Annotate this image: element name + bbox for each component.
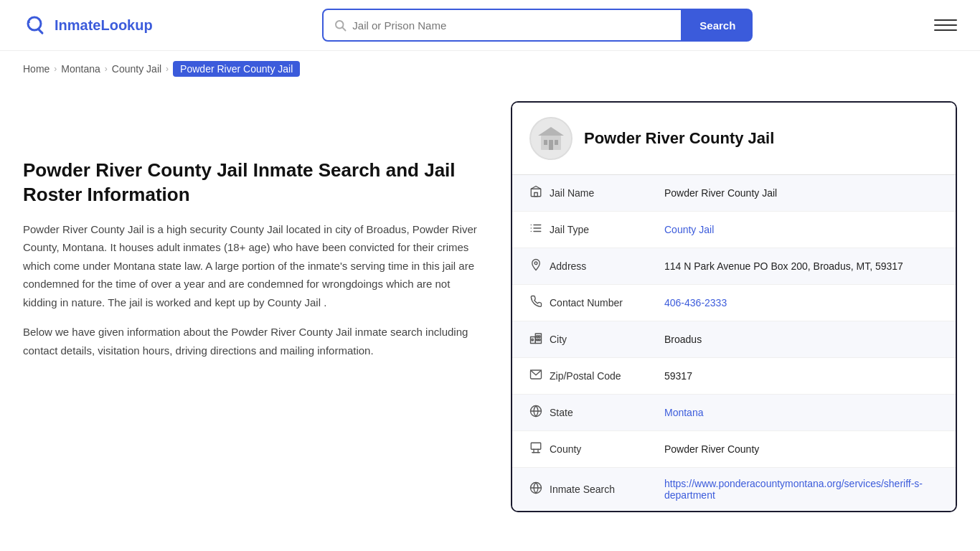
building-icon bbox=[529, 185, 550, 201]
table-row: Contact Number406-436-2333 bbox=[512, 285, 956, 321]
main-content: Powder River County Jail Inmate Search a… bbox=[0, 87, 980, 541]
card-title: Powder River County Jail bbox=[584, 129, 774, 148]
search-icon bbox=[334, 19, 347, 32]
row-value: 59317 bbox=[664, 370, 938, 382]
svg-rect-2 bbox=[27, 22, 30, 23]
row-link[interactable]: https://www.ponderacountymontana.org/ser… bbox=[664, 478, 923, 501]
svg-point-0 bbox=[28, 17, 41, 30]
table-row: StateMontana bbox=[512, 395, 956, 431]
hamburger-line-2 bbox=[934, 24, 957, 26]
mail-icon bbox=[529, 368, 550, 384]
info-rows: Jail NamePowder River County JailJail Ty… bbox=[512, 175, 956, 511]
card-header: Powder River County Jail bbox=[512, 103, 956, 175]
hamburger-line-3 bbox=[934, 29, 957, 31]
breadcrumb: Home › Montana › County Jail › Powder Ri… bbox=[0, 51, 980, 87]
row-label: County bbox=[550, 443, 664, 455]
svg-line-4 bbox=[343, 27, 346, 30]
svg-rect-22 bbox=[532, 339, 533, 341]
table-row: Jail TypeCounty Jail bbox=[512, 212, 956, 248]
jail-building-icon bbox=[535, 123, 567, 154]
logo-text: InmateLookup bbox=[55, 17, 153, 34]
row-label: Jail Type bbox=[550, 224, 664, 235]
svg-rect-10 bbox=[550, 130, 552, 133]
row-label: Contact Number bbox=[550, 297, 664, 309]
page-title: Powder River County Jail Inmate Search a… bbox=[23, 159, 482, 207]
table-row: Zip/Postal Code59317 bbox=[512, 358, 956, 395]
chevron-icon-2: › bbox=[105, 64, 108, 74]
row-value: 114 N Park Avenue PO Box 200, Broadus, M… bbox=[664, 260, 938, 272]
jail-avatar bbox=[529, 117, 573, 160]
chevron-icon-1: › bbox=[54, 64, 57, 74]
breadcrumb-home[interactable]: Home bbox=[23, 63, 50, 75]
svg-rect-7 bbox=[544, 140, 547, 145]
list-icon bbox=[529, 222, 550, 237]
row-value[interactable]: 406-436-2333 bbox=[664, 297, 938, 309]
row-value: Powder River County bbox=[664, 443, 938, 455]
breadcrumb-county-jail[interactable]: County Jail bbox=[112, 63, 161, 75]
phone-icon bbox=[529, 295, 550, 311]
left-column: Powder River County Jail Inmate Search a… bbox=[23, 101, 482, 512]
info-card: Powder River County Jail Jail NamePowder… bbox=[511, 101, 957, 512]
breadcrumb-active: Powder River County Jail bbox=[173, 61, 300, 77]
row-value: Broadus bbox=[664, 334, 938, 345]
svg-rect-24 bbox=[539, 336, 540, 337]
search-input[interactable] bbox=[352, 19, 671, 32]
row-label: Address bbox=[550, 260, 664, 272]
row-value[interactable]: County Jail bbox=[664, 224, 938, 235]
row-value[interactable]: https://www.ponderacountymontana.org/ser… bbox=[664, 478, 938, 501]
logo-link[interactable]: InmateLookup bbox=[23, 12, 153, 38]
row-link[interactable]: County Jail bbox=[664, 224, 714, 235]
search-bar: Search bbox=[322, 9, 753, 42]
description-paragraph-2: Below we have given information about th… bbox=[23, 323, 482, 359]
row-label: State bbox=[550, 407, 664, 418]
right-column: Powder River County Jail Jail NamePowder… bbox=[511, 101, 957, 512]
row-value: Powder River County Jail bbox=[664, 187, 938, 199]
city-icon bbox=[529, 331, 550, 347]
breadcrumb-montana[interactable]: Montana bbox=[61, 63, 100, 75]
svg-rect-12 bbox=[534, 193, 538, 197]
svg-rect-26 bbox=[539, 339, 540, 341]
location-icon bbox=[529, 258, 550, 274]
search-button[interactable]: Search bbox=[682, 9, 753, 42]
table-row: Inmate Searchhttps://www.ponderacountymo… bbox=[512, 468, 956, 511]
svg-rect-21 bbox=[535, 334, 541, 344]
svg-rect-1 bbox=[37, 28, 44, 34]
chevron-icon-3: › bbox=[166, 64, 169, 74]
row-label: Inmate Search bbox=[550, 484, 664, 495]
search-input-wrapper bbox=[322, 9, 682, 42]
logo-icon bbox=[23, 12, 49, 38]
site-header: InmateLookup Search bbox=[0, 0, 980, 51]
table-row: Jail NamePowder River County Jail bbox=[512, 175, 956, 212]
table-row: CountyPowder River County bbox=[512, 431, 956, 468]
table-row: CityBroadus bbox=[512, 321, 956, 358]
row-link[interactable]: 406-436-2333 bbox=[664, 297, 727, 309]
table-row: Address114 N Park Avenue PO Box 200, Bro… bbox=[512, 248, 956, 285]
hamburger-line-1 bbox=[934, 19, 957, 21]
search-globe-icon bbox=[529, 481, 550, 497]
row-value[interactable]: Montana bbox=[664, 407, 938, 418]
flag-icon bbox=[529, 441, 550, 457]
svg-rect-23 bbox=[537, 336, 538, 337]
svg-rect-25 bbox=[537, 339, 538, 341]
globe-icon bbox=[529, 405, 550, 420]
row-link[interactable]: Montana bbox=[664, 407, 703, 418]
hamburger-menu-button[interactable] bbox=[934, 14, 957, 37]
svg-rect-30 bbox=[531, 443, 541, 449]
svg-point-19 bbox=[534, 262, 537, 265]
description-paragraph-1: Powder River County Jail is a high secur… bbox=[23, 220, 482, 312]
svg-rect-9 bbox=[549, 140, 553, 150]
row-label: City bbox=[550, 334, 664, 345]
svg-rect-8 bbox=[555, 140, 558, 145]
row-label: Zip/Postal Code bbox=[550, 370, 664, 382]
row-label: Jail Name bbox=[550, 187, 664, 199]
